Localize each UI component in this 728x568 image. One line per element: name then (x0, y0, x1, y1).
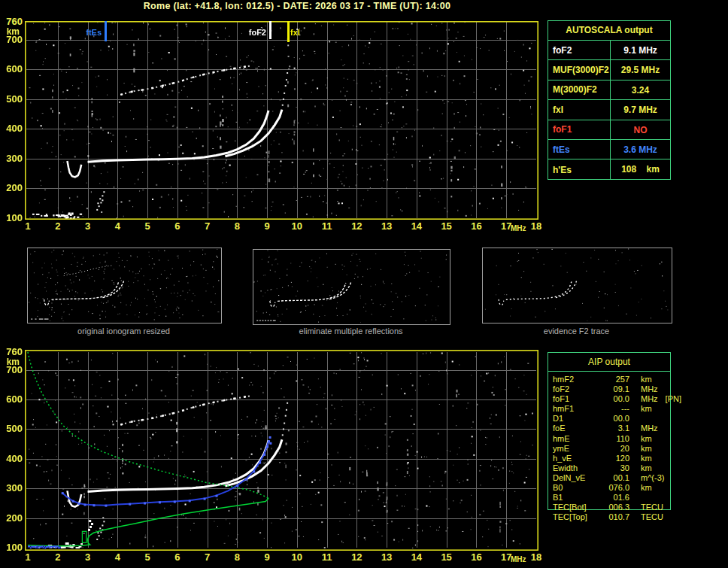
parameter-value: 20 (599, 444, 629, 454)
x-tick-label: 1 (18, 220, 38, 232)
parameter-unit: MHz[PN] (629, 394, 681, 404)
x-tick-label: 13 (377, 220, 396, 232)
x-tick-label: 5 (138, 551, 157, 563)
x-tick-label: 18 (526, 220, 546, 232)
table-row: Ewidth30km (553, 463, 670, 473)
x-tick-label: 4 (108, 551, 127, 563)
table-row: TEC[Top]010.7TECU (553, 512, 670, 522)
x-tick-label: 16 (466, 220, 486, 232)
panel-caption: original ionogram resized (27, 327, 220, 336)
parameter-value: --- (599, 404, 629, 414)
parameter-value: 010.7 (599, 512, 629, 522)
panel-eliminate-reflections (253, 249, 450, 325)
x-tick-label: 11 (317, 551, 337, 563)
parameter-value: 3.24 (610, 80, 670, 99)
parameter-value: 3.1 (599, 424, 629, 433)
y-axis-unit: km (0, 357, 20, 367)
parameter-label: TEC[Top] (553, 512, 599, 522)
ftes-marker-line (105, 21, 107, 41)
y-tick-label: 600 (0, 64, 23, 74)
fxi-marker-line (287, 21, 290, 42)
y-tick-label: 500 (0, 94, 23, 105)
parameter-label: D1 (553, 414, 599, 424)
y-axis-unit: km (0, 26, 20, 37)
x-tick-label: 2 (48, 551, 68, 563)
x-tick-label: 15 (437, 551, 457, 563)
ftes-marker-label: ftEs (71, 28, 102, 37)
parameter-value: 00.0 (599, 394, 629, 404)
parameter-label: DelN_vE (553, 473, 599, 483)
table-row: fxI9.7 MHz (548, 100, 670, 120)
x-tick-label: 6 (168, 220, 187, 232)
x-tick-label: 1 (18, 551, 38, 563)
parameter-label: h_vE (553, 454, 599, 463)
parameter-unit: km (629, 463, 670, 473)
panel-original-ionogram (27, 248, 222, 323)
table-row: foE3.1MHz (553, 424, 670, 433)
table-row: foF100.0MHz[PN] (553, 394, 670, 404)
table-row: hmF1---km (553, 404, 670, 414)
x-tick-label: 7 (198, 220, 217, 232)
parameter-value: 110 (599, 434, 629, 444)
fxi-marker-label: fxI (290, 28, 313, 37)
parameter-unit: km (629, 454, 670, 463)
y-tick-label: 400 (0, 454, 23, 464)
parameter-unit: km (629, 404, 670, 414)
parameter-label: B0 (553, 483, 599, 493)
fof2-marker-label: foF2 (244, 28, 266, 37)
x-tick-label: 10 (287, 551, 307, 563)
x-tick-label: 16 (466, 551, 486, 563)
parameter-unit (629, 414, 670, 424)
parameter-value: 120 (599, 454, 629, 463)
parameter-label: fxI (548, 105, 610, 115)
parameter-value: 09.1 (599, 384, 629, 394)
table-row: M(3000)F23.24 (548, 80, 670, 100)
x-tick-label: 4 (108, 220, 127, 232)
autoscala-table-title: AUTOSCALA output (548, 21, 670, 41)
parameter-value: 108 km (610, 159, 670, 179)
parameter-value: 00.1 (599, 473, 629, 483)
autoscala-output-table: AUTOSCALA output foF29.1 MHzMUF(3000)F22… (548, 20, 671, 180)
parameter-label: B1 (553, 493, 599, 503)
parameter-unit: TECU (629, 512, 670, 522)
y-tick-label: 600 (0, 394, 23, 405)
panel-caption: eliminate multiple reflections (253, 327, 449, 336)
table-row: B0076.0km (553, 483, 670, 493)
y-tick-label: 300 (0, 483, 23, 494)
panel-caption: evidence F2 trace (482, 327, 671, 336)
parameter-unit: TECU (629, 503, 670, 512)
x-axis-unit: MHz (511, 224, 526, 232)
x-tick-label: 13 (377, 551, 396, 563)
x-tick-label: 12 (347, 551, 366, 563)
x-tick-label: 3 (78, 220, 98, 232)
table-row: TEC[Bot]006.3TECU (553, 503, 670, 512)
parameter-label: ymE (553, 444, 599, 454)
y-tick-label: 760 (0, 17, 23, 27)
parameter-label: foF2 (548, 45, 610, 56)
parameter-unit: MHz (629, 424, 670, 433)
page-title: Rome (lat: +41.8, lon: 012.5) - DATE: 20… (0, 1, 594, 11)
table-row: D100.0 (553, 414, 670, 424)
y-tick-label: 500 (0, 424, 23, 434)
parameter-unit: km (629, 434, 670, 444)
parameter-label: foF1 (553, 394, 599, 404)
x-tick-label: 6 (168, 551, 187, 563)
parameter-value: 9.1 MHz (610, 41, 670, 59)
panel-evidence-f2 (482, 248, 672, 323)
table-row: h_vE120km (553, 454, 670, 463)
parameter-label: foF1 (548, 124, 610, 135)
parameter-label: foE (553, 424, 599, 433)
x-tick-label: 12 (347, 220, 366, 232)
parameter-label: MUF(3000)F2 (548, 65, 610, 75)
ionogram-plot-bottom (25, 350, 538, 551)
parameter-unit: km (629, 375, 670, 384)
parameter-unit: km (629, 444, 670, 454)
table-row: hmE110km (553, 434, 670, 444)
fof2-marker-line (269, 21, 271, 39)
table-row: hmF2257km (553, 375, 670, 384)
x-tick-label: 8 (227, 551, 247, 563)
x-tick-label: 11 (317, 220, 337, 232)
parameter-label: hmF2 (553, 375, 599, 384)
table-row: h'Es108 km (548, 159, 670, 179)
parameter-label: M(3000)F2 (548, 84, 610, 95)
